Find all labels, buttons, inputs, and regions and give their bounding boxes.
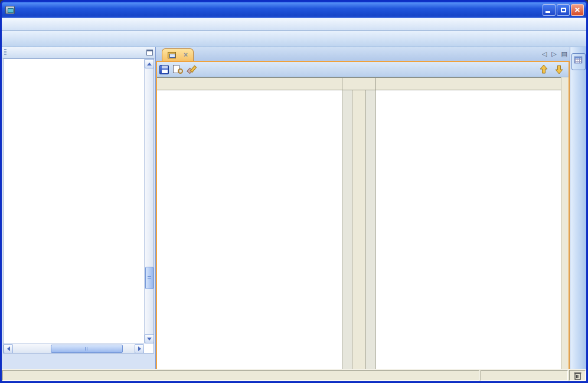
tab-compare[interactable]: × <box>162 48 194 61</box>
close-button[interactable]: ✕ <box>571 4 584 16</box>
status-bar <box>2 369 586 381</box>
horizontal-scroll-thumb[interactable] <box>51 345 123 353</box>
tab-detail[interactable] <box>571 53 586 70</box>
menu-bar <box>2 18 586 31</box>
app-window: ✕ <box>0 0 588 383</box>
tree-horizontal-scrollbar[interactable] <box>4 343 144 353</box>
diff-connector <box>352 90 365 369</box>
preview-icon[interactable] <box>172 64 183 75</box>
format-brush-icon[interactable] <box>187 65 196 74</box>
main-toolbar <box>2 31 586 47</box>
scroll-right-button[interactable] <box>135 344 144 353</box>
left-code-pane[interactable] <box>157 90 342 369</box>
scroll-up-button[interactable] <box>145 59 154 68</box>
tab-scroll-right-icon[interactable]: ▷ <box>551 50 556 58</box>
minimize-button[interactable] <box>543 4 556 16</box>
right-line-gutter <box>365 90 376 369</box>
left-line-gutter <box>342 90 352 369</box>
float-panel-icon[interactable] <box>146 50 153 55</box>
trash-icon <box>574 371 582 380</box>
compare-toolbar <box>157 62 569 77</box>
breadcrumb <box>2 370 479 381</box>
server-tree <box>4 59 144 343</box>
maximize-button[interactable] <box>557 4 570 16</box>
tree-vertical-scrollbar[interactable] <box>144 59 153 343</box>
tab-scroll-left-icon[interactable]: ◁ <box>542 50 547 58</box>
save-icon[interactable] <box>159 65 169 74</box>
previous-diff-button[interactable] <box>539 64 548 74</box>
title-bar: ✕ <box>2 2 586 18</box>
panel-grip[interactable] <box>4 49 6 56</box>
left-pane-title <box>157 78 342 90</box>
memory-usage <box>481 370 568 381</box>
detail-strip <box>570 47 586 369</box>
right-pane-title <box>376 78 561 90</box>
compare-view <box>156 61 570 369</box>
diff-overview-bar[interactable] <box>561 77 569 369</box>
compare-tab-icon <box>168 52 176 58</box>
servers-panel <box>2 47 156 369</box>
tab-close-icon[interactable]: × <box>184 51 188 59</box>
document-tab-bar: × ◁ ▷ ▤ <box>156 47 570 61</box>
compare-header <box>157 77 561 90</box>
detail-grid-icon <box>574 57 583 64</box>
sidebar-tabs <box>2 353 155 369</box>
right-code-pane[interactable] <box>376 90 561 369</box>
diff-counter <box>342 78 376 90</box>
scroll-down-button[interactable] <box>145 334 154 343</box>
vertical-scroll-thumb[interactable] <box>145 267 153 289</box>
servers-panel-header <box>2 47 155 58</box>
garbage-collect-button[interactable] <box>569 370 586 381</box>
tab-list-icon[interactable]: ▤ <box>561 50 567 58</box>
app-icon <box>5 6 15 14</box>
next-diff-button[interactable] <box>554 64 564 74</box>
scroll-left-button[interactable] <box>4 344 13 353</box>
